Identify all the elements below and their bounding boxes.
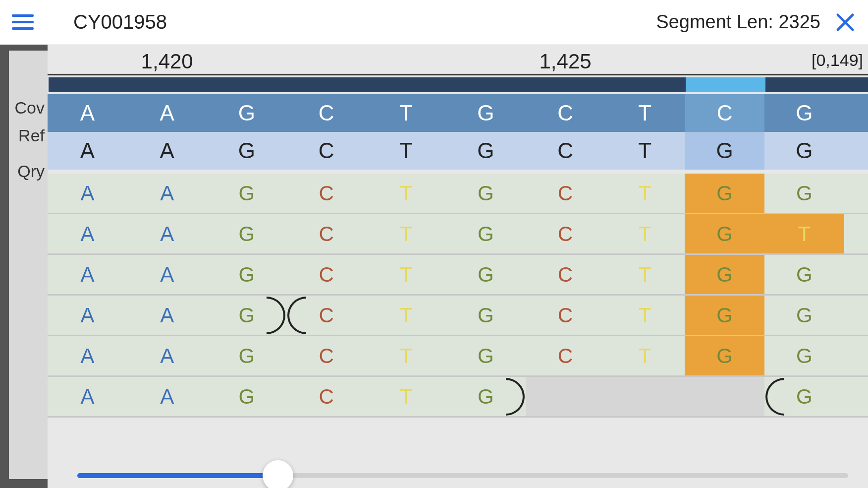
read-row[interactable]: AAGCTGCTGG [48,174,868,214]
read-base: G [446,174,526,213]
qry-base: G [685,132,764,170]
row-labels-sidebar: Cov Ref Qry [0,45,48,488]
qry-base: T [605,132,685,170]
read-base: A [127,336,207,375]
read-base: G [764,255,844,294]
ref-base: C [526,94,605,132]
read-base: C [286,377,366,416]
qry-base: C [526,132,605,170]
alignment-canvas[interactable]: [0,149] 1,4201,425 AAGCTGCTCGAAGCTGCTGGA… [48,45,868,488]
read-base: C [526,336,605,375]
read-row[interactable]: AAGCTGCTGG [48,336,868,377]
read-base: T [605,174,685,213]
read-row[interactable]: AAGCTGCTGT [48,214,868,255]
coverage-cell [447,77,527,92]
coverage-cell [527,77,606,92]
read-base: G [764,174,844,213]
qry-base: G [764,132,844,170]
read-base: C [286,255,366,294]
ruler-tick: 1,420 [141,50,193,73]
qry-base: A [127,132,207,170]
read-base: A [48,296,127,335]
read-base: C [286,214,366,253]
coverage-cell [606,77,686,92]
read-base: G [764,296,844,335]
read-base: T [764,214,844,253]
menu-icon[interactable] [12,11,34,33]
slider-thumb[interactable] [263,460,293,488]
read-base: G [446,336,526,375]
read-base: C [526,296,605,335]
read-base: G [446,296,526,335]
read-base: T [605,214,685,253]
read-base: T [366,336,446,375]
read-row[interactable]: AAGCTGG [48,377,868,418]
read-base: G [685,255,764,294]
read-base: G [207,336,287,375]
ref-base: A [48,94,127,132]
qry-base: G [207,132,287,170]
read-base: T [366,174,446,213]
read-row[interactable]: AAGCTGCTGG [48,296,868,336]
read-base: T [605,255,685,294]
main-view: Cov Ref Qry [0,149] 1,4201,425 AAGCTGCTC… [0,45,868,488]
read-base: C [286,336,366,375]
read-base: T [366,296,446,335]
read-base: T [366,255,446,294]
qry-base: T [366,132,446,170]
read-base: T [605,336,685,375]
read-base: G [685,214,764,253]
read-base: C [526,174,605,213]
read-base: A [127,174,207,213]
qry-base: A [48,132,127,170]
ref-base: G [764,94,844,132]
range-label: [0,149] [812,51,863,70]
read-base: T [366,377,446,416]
ref-base: G [207,94,287,132]
ref-base: G [446,94,526,132]
read-base: A [127,296,207,335]
coverage-cell [287,77,367,92]
close-icon[interactable] [834,11,856,33]
read-base: A [48,214,127,253]
read-base: G [685,174,764,213]
label-qry: Qry [17,162,45,181]
label-ref: Ref [18,126,45,145]
read-base: A [48,377,127,416]
coverage-cell [208,77,288,92]
ref-base: T [605,94,685,132]
read-base: T [366,214,446,253]
segment-length: Segment Len: 2325 [656,11,820,33]
read-base: G [207,174,287,213]
read-base: A [127,377,207,416]
read-base: A [48,336,127,375]
coverage-cell [367,77,447,92]
read-base: C [286,174,366,213]
read-base: G [207,377,287,416]
coverage-cell [686,77,765,92]
read-base: G [685,296,764,335]
qry-base: C [286,132,366,170]
read-base: G [207,255,287,294]
read-base: T [605,296,685,335]
label-cov: Cov [15,98,45,118]
ref-base: C [286,94,366,132]
ruler-tick: 1,425 [539,50,591,73]
coverage-cell [765,77,845,92]
ref-base: C [685,94,764,132]
coverage-cell [128,77,208,92]
read-base: G [446,255,526,294]
segment-title: CY001958 [73,11,656,33]
read-base: G [446,214,526,253]
position-slider[interactable] [77,473,848,478]
read-base: C [526,255,605,294]
app-root: CY001958 Segment Len: 2325 Cov Ref Qry [… [0,0,868,488]
qry-base: G [446,132,526,170]
read-base: A [48,174,127,213]
ref-base: A [127,94,207,132]
read-row[interactable]: AAGCTGCTGG [48,255,868,296]
read-base: A [127,214,207,253]
ref-base: T [366,94,446,132]
topbar: CY001958 Segment Len: 2325 [0,0,868,45]
read-base: A [48,255,127,294]
